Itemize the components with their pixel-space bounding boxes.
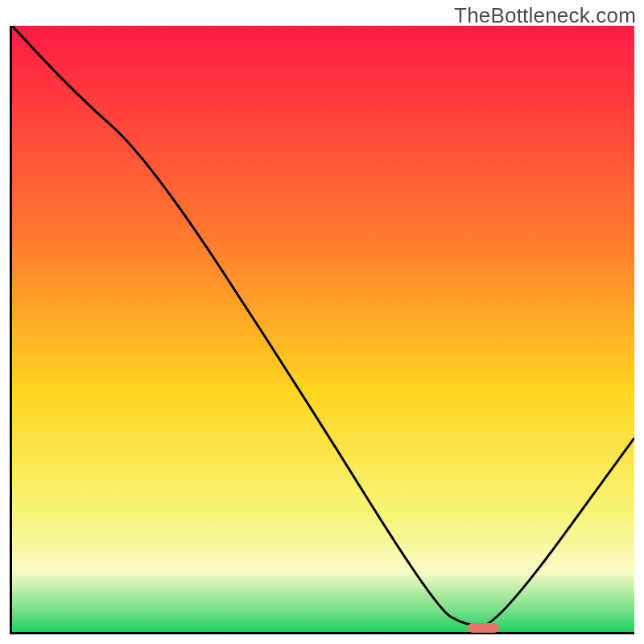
plot-area xyxy=(10,26,634,634)
chart-frame: TheBottleneck.com xyxy=(0,0,644,644)
watermark-text: TheBottleneck.com xyxy=(454,3,636,28)
bottleneck-curve-path xyxy=(12,26,634,625)
curve-svg xyxy=(12,26,634,632)
optimal-marker xyxy=(468,623,499,633)
